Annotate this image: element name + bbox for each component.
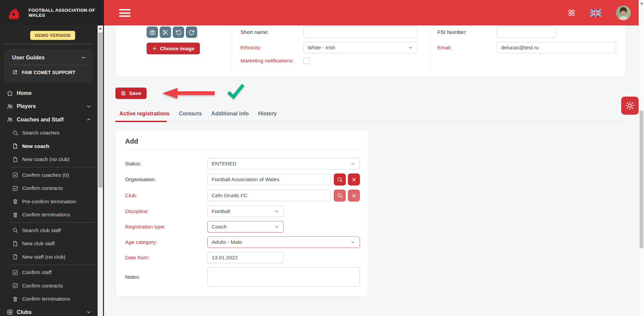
settings-gear-button[interactable] bbox=[621, 97, 639, 115]
sidebar-item-label: Coaches and Staff bbox=[17, 117, 64, 123]
check-square-icon bbox=[12, 282, 18, 289]
choose-image-button[interactable]: Choose image bbox=[147, 43, 200, 54]
sidebar-item-confirm-coaches-0[interactable]: Confirm coaches (0) bbox=[0, 168, 96, 182]
sidebar-item-players[interactable]: Players bbox=[0, 100, 96, 113]
chevron-down-icon bbox=[350, 240, 356, 245]
form-row: Marketing notifications: bbox=[232, 57, 430, 64]
sidebar-item-label: Search coaches bbox=[22, 130, 59, 136]
sidebar-item-label: Confirm staff bbox=[22, 269, 52, 275]
sidebar-item-new-staff-no-club[interactable]: New staff (no club) bbox=[0, 250, 96, 264]
file-icon bbox=[12, 254, 18, 260]
status-select[interactable]: ENTERED bbox=[207, 158, 360, 169]
form-row: Status:ENTERED bbox=[125, 158, 360, 169]
annotation-green-checkmark bbox=[226, 82, 246, 101]
sidebar-section-divider bbox=[10, 167, 96, 167]
add-registration-panel: Add Status:ENTEREDOrganisation:Club:Disc… bbox=[115, 130, 368, 297]
sidebar-divider bbox=[3, 44, 94, 44]
app-grid-icon[interactable] bbox=[568, 9, 575, 16]
language-flag-uk[interactable] bbox=[590, 9, 601, 17]
sidebar-item-confirm-terminations[interactable]: Confirm terminations bbox=[0, 208, 96, 222]
sidebar-item-new-coach-no-club[interactable]: New coach (no club) bbox=[0, 153, 96, 166]
sidebar-item-confirm-terminations[interactable]: Confirm terminations bbox=[0, 293, 96, 306]
sidebar-item-label: Search club staff bbox=[22, 227, 61, 233]
faw-dragon-logo bbox=[6, 4, 20, 21]
email-input[interactable] bbox=[497, 42, 616, 53]
search-lookup-button[interactable] bbox=[334, 190, 346, 202]
sidebar-item-home[interactable]: Home bbox=[0, 87, 96, 100]
sidebar-item-new-coach[interactable]: New coach bbox=[0, 140, 96, 153]
trash-icon bbox=[12, 296, 18, 302]
search-lookup-button[interactable] bbox=[334, 173, 346, 186]
ethnicity-select[interactable]: White - Irish bbox=[303, 42, 418, 53]
panel-title: Add bbox=[125, 138, 360, 145]
sidebar-navigation: DEMO VERSION User Guides FAW COMET SUPPO… bbox=[0, 25, 104, 316]
hamburger-menu-icon[interactable] bbox=[119, 9, 130, 17]
tab-active-registrations[interactable]: Active registrations bbox=[119, 109, 169, 118]
select-value: ENTERED bbox=[212, 161, 236, 167]
field-label: Email: bbox=[437, 45, 497, 51]
sidebar-scroll-thumb[interactable] bbox=[98, 33, 103, 188]
scroll-up-arrow[interactable] bbox=[640, 2, 643, 4]
marketing-notifications-checkbox[interactable] bbox=[303, 58, 310, 64]
file-icon bbox=[12, 156, 18, 163]
field-label: Marketing notifications: bbox=[240, 58, 303, 64]
sidebar-item-label: New coach (no club) bbox=[22, 156, 69, 162]
discipline-select[interactable]: Football bbox=[207, 206, 284, 217]
sidebar-item-search-coaches[interactable]: Search coaches bbox=[0, 126, 96, 140]
sidebar-item-coaches-and-staff[interactable]: Coaches and Staff bbox=[0, 113, 96, 126]
page-scroll-thumb[interactable] bbox=[640, 111, 643, 248]
date-from-input[interactable] bbox=[207, 252, 284, 263]
scroll-up-arrow[interactable] bbox=[99, 27, 102, 30]
form-row: Club: bbox=[125, 190, 360, 202]
collapse-minus-icon[interactable] bbox=[80, 55, 87, 61]
sidebar-item-label: Confirm coaches (0) bbox=[22, 172, 69, 178]
chevron-down-icon bbox=[408, 45, 413, 50]
rotate-left-button[interactable] bbox=[173, 27, 184, 38]
trash-icon bbox=[12, 212, 18, 218]
sidebar-item-pre-confirm-termination[interactable]: Pre-confirm termination bbox=[0, 195, 96, 208]
brand-title: FOOTBALL ASSOCIATION OF WALES bbox=[29, 8, 104, 18]
camera-button[interactable] bbox=[147, 27, 158, 38]
tab-additional-info[interactable]: Additional info bbox=[211, 109, 249, 118]
sidebar-item-label: Players bbox=[17, 103, 36, 109]
sidebar-section-divider bbox=[10, 265, 96, 265]
sidebar-item-clubs[interactable]: Clubs bbox=[0, 306, 96, 316]
user-avatar[interactable] bbox=[616, 6, 631, 20]
notes-textarea[interactable] bbox=[207, 267, 360, 287]
trash-icon bbox=[12, 198, 18, 205]
tab-history[interactable]: History bbox=[258, 109, 277, 118]
sidebar-item-new-club-staff[interactable]: New club staff bbox=[0, 237, 96, 251]
tab-contacts[interactable]: Contacts bbox=[179, 109, 202, 118]
sidebar-item-label: New coach bbox=[22, 143, 49, 149]
sidebar-item-faw-comet-support[interactable]: FAW COMET SUPPORT bbox=[4, 65, 93, 75]
scissors-button[interactable] bbox=[160, 27, 171, 38]
sidebar-item-search-club-staff[interactable]: Search club staff bbox=[0, 224, 96, 237]
save-button[interactable]: Save bbox=[115, 88, 147, 99]
age-category-select[interactable]: Adults - Male bbox=[207, 236, 360, 248]
sidebar-scrollbar[interactable] bbox=[98, 25, 103, 316]
registration-type-select[interactable]: Coach bbox=[207, 221, 284, 232]
panel-divider bbox=[125, 150, 360, 150]
sidebar-item-confirm-contracts[interactable]: Confirm contracts bbox=[0, 182, 96, 195]
page-scrollbar[interactable] bbox=[639, 0, 644, 316]
chevron-down-icon bbox=[86, 309, 92, 315]
field-label: Age category: bbox=[125, 239, 207, 245]
select-value: Coach bbox=[212, 224, 227, 230]
club-input[interactable] bbox=[207, 190, 331, 201]
brand-block: FOOTBALL ASSOCIATION OF WALES bbox=[0, 0, 104, 25]
fsi-number-input[interactable] bbox=[497, 27, 556, 38]
plus-icon bbox=[152, 46, 157, 51]
rotate-right-button[interactable] bbox=[186, 27, 197, 38]
lookup-buttons bbox=[334, 190, 360, 202]
select-value: Football bbox=[212, 208, 230, 214]
chevron-down-icon bbox=[274, 209, 279, 214]
clear-button[interactable] bbox=[348, 173, 360, 186]
short-name-input[interactable] bbox=[303, 27, 418, 38]
sidebar-item-confirm-staff[interactable]: Confirm staff bbox=[0, 266, 96, 279]
check-square-icon bbox=[12, 185, 18, 192]
clear-button[interactable] bbox=[348, 190, 360, 202]
user-guides-panel: User Guides FAW COMET SUPPORT bbox=[4, 49, 93, 83]
organisation-input[interactable] bbox=[207, 174, 331, 185]
sidebar-item-confirm-contracts[interactable]: Confirm contracts bbox=[0, 279, 96, 293]
select-value: Adults - Male bbox=[212, 239, 242, 245]
